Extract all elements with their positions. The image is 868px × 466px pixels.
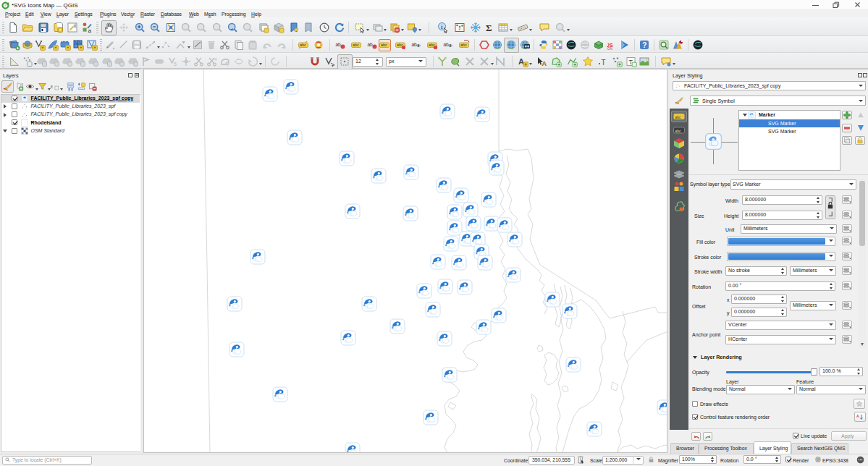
svg-text:abc: abc [381, 43, 387, 47]
svg-text:abc: abc [353, 43, 359, 47]
svg-text:abc: abc [460, 43, 467, 47]
svg-text:A: A [542, 60, 547, 67]
svg-text:a: a [88, 27, 92, 34]
svg-text:?: ? [642, 41, 646, 49]
svg-text:Σ: Σ [486, 22, 492, 33]
svg-text:ab: ab [368, 42, 374, 47]
svg-text:ON: ON [607, 47, 612, 51]
svg-text:ab: ab [412, 42, 418, 47]
svg-text:abc: abc [300, 43, 306, 47]
svg-text:A: A [856, 414, 859, 418]
svg-text:ε: ε [50, 82, 53, 89]
svg-text:5: 5 [174, 62, 177, 67]
svg-text:abc: abc [675, 115, 681, 119]
svg-text:T: T [602, 59, 606, 67]
svg-text:ab: ab [336, 42, 342, 47]
svg-text:abc: abc [675, 129, 681, 133]
svg-text:ab: ab [444, 42, 450, 47]
